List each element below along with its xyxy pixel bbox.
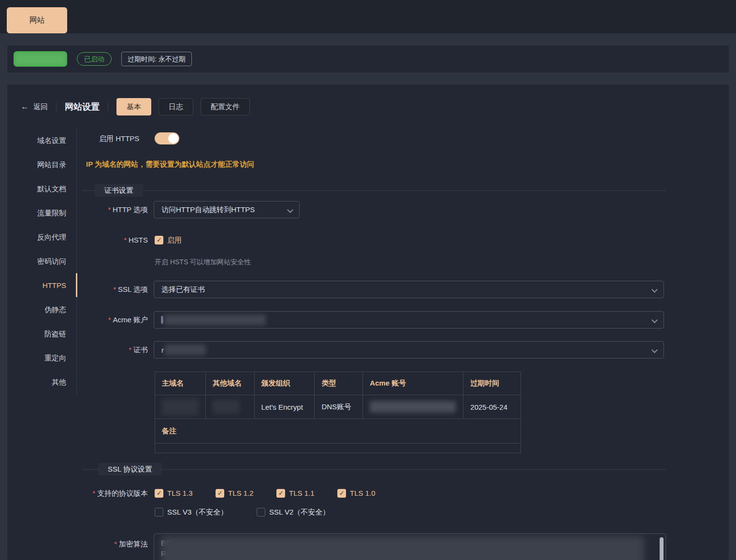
protocol-versions-label: 支持的协议版本 (7, 489, 148, 498)
cipher-redacted-content (161, 536, 644, 560)
acme-account-select[interactable] (154, 311, 664, 329)
table-header-row: 主域名 其他域名 颁发组织 类型 Acme 账号 过期时间 (155, 372, 521, 395)
empty-cell (155, 444, 521, 453)
back-label: 返回 (33, 102, 48, 112)
col-expiry: 过期时间 (463, 372, 521, 395)
acme-account-redacted-value (164, 315, 266, 325)
toggle-knob (168, 133, 178, 144)
chevron-down-icon (287, 207, 293, 213)
col-issuer: 颁发组织 (254, 372, 315, 395)
table-remark-row: 备注 (155, 419, 521, 444)
section-cert-label: 证书设置 (95, 184, 143, 197)
ssl-option-label: SSL 选项 (7, 281, 148, 298)
tls12-label[interactable]: TLS 1.2 (228, 488, 254, 498)
hsts-label: HSTS (7, 236, 148, 244)
http-option-select[interactable]: 访问HTTP自动跳转到HTTPS (154, 201, 300, 218)
tls11-label[interactable]: TLS 1.1 (289, 488, 315, 498)
hsts-help-text: 开启 HSTS 可以增加网站安全性 (155, 258, 251, 267)
cipher-label: 加密算法 (7, 540, 148, 548)
top-tab-website[interactable]: 网站 (7, 7, 67, 33)
page-title: 网站设置 (65, 101, 100, 113)
back-arrow-icon (21, 102, 29, 112)
enable-https-toggle[interactable] (155, 132, 179, 144)
main-domain-redacted (162, 399, 199, 415)
section-ssl-protocol: SSL 协议设置 (82, 463, 666, 475)
top-tab-website-label: 网站 (29, 15, 45, 26)
sslv3-checkbox[interactable] (155, 508, 163, 517)
cipher-textarea[interactable]: EC RS (154, 533, 666, 560)
cell-main-domain (155, 395, 206, 419)
cert-value-prefix: r (161, 346, 164, 354)
section-line (82, 190, 666, 191)
sidebar-item-other[interactable]: 其他 (7, 370, 66, 394)
col-acme-account: Acme 账号 (363, 372, 463, 395)
site-status-bar: 已启动 过期时间: 永不过期 (7, 45, 729, 72)
cell-type: DNS账号 (315, 395, 363, 419)
cert-redacted-value (165, 345, 206, 355)
tab-logs[interactable]: 日志 (159, 98, 193, 115)
chevron-down-icon (651, 317, 658, 323)
section-ssl-protocol-label: SSL 协议设置 (98, 463, 162, 475)
expiry-badge: 过期时间: 永不过期 (121, 52, 192, 66)
header-divider (108, 102, 108, 111)
tls10-label[interactable]: TLS 1.0 (350, 488, 375, 498)
back-button[interactable]: 返回 (21, 102, 48, 112)
settings-tabs: 基本 日志 配置文件 (116, 98, 250, 115)
tls12-checkbox[interactable] (216, 489, 224, 498)
cell-expiry: 2025-05-24 (463, 395, 521, 419)
header-divider (56, 102, 57, 111)
col-main-domain: 主域名 (155, 372, 206, 395)
cell-issuer: Let's Encrypt (254, 395, 315, 419)
tls13-checkbox[interactable] (155, 489, 163, 498)
cipher-scrollbar[interactable] (660, 537, 664, 560)
table-row: Let's Encrypt DNS账号 2025-05-24 (155, 395, 521, 419)
cell-other-domain (206, 395, 255, 419)
website-settings-panel: 返回 网站设置 基本 日志 配置文件 域名设置 网站目录 默认文档 流量限制 反… (7, 85, 729, 560)
hsts-checkbox[interactable] (155, 236, 163, 244)
tls13-label[interactable]: TLS 1.3 (167, 488, 193, 498)
section-cert-settings: 证书设置 (82, 184, 666, 197)
tab-basic[interactable]: 基本 (116, 98, 151, 115)
cert-select[interactable]: r (154, 341, 664, 359)
http-option-label: HTTP 选项 (7, 201, 148, 218)
sidebar-item-site-dir[interactable]: 网站目录 (7, 153, 66, 177)
cert-label: 证书 (7, 341, 148, 359)
other-domain-redacted (213, 400, 240, 414)
ssl-option-select[interactable]: 选择已有证书 (154, 281, 664, 298)
site-name-blur (14, 51, 67, 67)
ip-domain-warning: IP 为域名的网站，需要设置为默认站点才能正常访问 (86, 160, 254, 169)
status-badge-started: 已启动 (77, 52, 112, 66)
remark-label: 备注 (155, 419, 521, 444)
acme-account-label: Acme 账户 (7, 311, 148, 329)
hsts-checkbox-label[interactable]: 启用 (167, 235, 182, 245)
sslv2-checkbox[interactable] (257, 508, 265, 517)
sslv2-label[interactable]: SSL V2（不安全） (269, 507, 330, 517)
col-other-domain: 其他域名 (206, 372, 255, 395)
sidebar-item-default-doc[interactable]: 默认文档 (7, 177, 66, 201)
sidebar-item-domain[interactable]: 域名设置 (7, 129, 66, 153)
chevron-down-icon (651, 347, 658, 353)
acme-account-cell-redacted (370, 401, 456, 413)
ssl-option-value: 选择已有证书 (161, 285, 205, 294)
sidebar-item-password-access[interactable]: 密码访问 (7, 249, 66, 273)
site-name-redacted (14, 51, 67, 67)
certificate-table: 主域名 其他域名 颁发组织 类型 Acme 账号 过期时间 Let's Encr… (155, 372, 521, 453)
sslv3-label[interactable]: SSL V3（不安全） (167, 507, 228, 517)
col-type: 类型 (315, 372, 363, 395)
top-nav-bar: 网站 (0, 0, 736, 33)
section-line (82, 469, 666, 470)
cell-acme-account (363, 395, 463, 419)
tls10-checkbox[interactable] (337, 489, 346, 498)
enable-https-label: 启用 HTTPS (99, 132, 155, 144)
tab-config-file[interactable]: 配置文件 (201, 98, 250, 115)
tls11-checkbox[interactable] (276, 489, 285, 498)
chevron-down-icon (651, 287, 658, 293)
acme-account-redacted-glyph (161, 316, 163, 324)
http-option-value: 访问HTTP自动跳转到HTTPS (161, 205, 255, 215)
table-empty-row (155, 444, 521, 453)
settings-header: 返回 网站设置 基本 日志 配置文件 (21, 98, 250, 115)
